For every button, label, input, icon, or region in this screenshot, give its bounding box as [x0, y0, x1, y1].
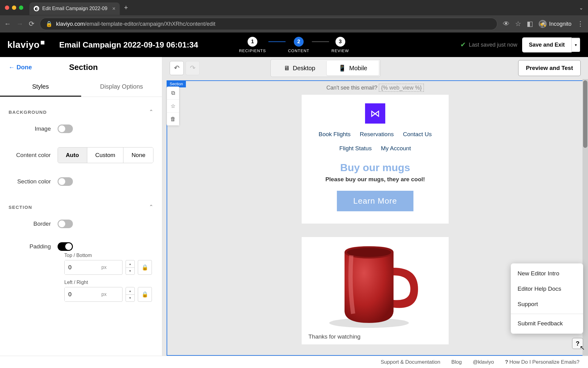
butterfly-icon: ⋈ — [370, 108, 380, 119]
chevron-up-icon[interactable]: ▴ — [126, 260, 134, 268]
chevron-up-icon: ⌃ — [149, 109, 153, 115]
browser-tab[interactable]: ◐ Edit Email Campaign 2022-09 × — [29, 2, 120, 15]
delete-button[interactable]: 🗑 — [167, 113, 179, 125]
redo-icon: ↷ — [190, 64, 195, 72]
unit-label: px — [98, 292, 110, 297]
chevron-down-icon[interactable]: ▾ — [126, 295, 134, 302]
nav-link[interactable]: My Account — [381, 145, 411, 152]
accordion-section[interactable]: SECTION ⌃ — [9, 199, 153, 215]
eye-off-icon[interactable]: 👁 — [503, 20, 510, 28]
question-icon: ? — [576, 340, 579, 347]
reload-icon[interactable]: ⟳ — [29, 20, 34, 28]
lock-icon: 🔒 — [141, 264, 148, 271]
panel-title: Section — [69, 63, 98, 72]
step-number: 2 — [294, 37, 303, 47]
padding-tb-lock[interactable]: 🔒 — [138, 260, 152, 275]
step-connector — [268, 41, 285, 42]
nav-link[interactable]: Book Flights — [318, 131, 351, 138]
back-icon[interactable]: ← — [4, 20, 11, 28]
section-floating-toolbar: ⧉ ☆ 🗑 — [167, 86, 179, 126]
chevron-up-icon: ⌃ — [149, 204, 153, 210]
preview-and-test-button[interactable]: Preview and Test — [518, 60, 581, 76]
arrow-left-icon: ← — [9, 64, 15, 71]
step-review[interactable]: 3 REVIEW — [331, 37, 349, 53]
nav-link[interactable]: Contact Us — [403, 131, 432, 138]
padding-toggle[interactable] — [58, 242, 73, 251]
tab-favicon-icon: ◐ — [34, 6, 39, 11]
minimize-window[interactable] — [12, 6, 16, 10]
desktop-view-button[interactable]: 🖥Desktop — [272, 61, 327, 75]
step-recipients[interactable]: 1 RECIPIENTS — [239, 37, 266, 53]
section-color-toggle[interactable] — [58, 177, 73, 186]
close-window[interactable] — [5, 6, 9, 10]
footer-blog-link[interactable]: Blog — [451, 359, 462, 365]
svg-point-2 — [347, 248, 391, 257]
help-menu-item[interactable]: Support — [511, 297, 583, 312]
chevron-down-icon[interactable]: ⌄ — [579, 5, 583, 11]
cta-button[interactable]: Learn More — [337, 191, 413, 211]
star-icon[interactable]: ☆ — [515, 20, 521, 28]
mobile-icon: 📱 — [338, 64, 346, 72]
undo-button[interactable]: ↶ — [170, 61, 184, 75]
step-content[interactable]: 2 CONTENT — [288, 37, 309, 53]
panel-icon[interactable]: ◧ — [527, 20, 533, 28]
image-toggle[interactable] — [58, 125, 73, 133]
help-menu-item[interactable]: New Editor Intro — [511, 266, 583, 281]
kebab-menu-icon[interactable]: ⋮ — [577, 20, 584, 28]
maximize-window[interactable] — [19, 6, 23, 10]
nav-link[interactable]: Flight Status — [339, 145, 372, 152]
padding-tb-stepper[interactable]: ▴▾ — [126, 260, 135, 275]
new-tab-button[interactable]: + — [124, 4, 128, 12]
top-bottom-label: Top / Bottom — [64, 253, 153, 258]
content-color-none[interactable]: None — [123, 148, 153, 163]
address-bar[interactable]: 🔒 klaviyo.com/email-template-editor/camp… — [40, 18, 497, 30]
accordion-title: SECTION — [9, 205, 32, 210]
web-view-tag[interactable]: {% web_view %} — [379, 84, 424, 92]
product-image-block[interactable] — [302, 237, 449, 329]
save-and-exit-button[interactable]: Save and Exit — [522, 37, 571, 52]
border-label: Border — [9, 220, 58, 227]
hero-title: Buy our mugs — [302, 162, 449, 174]
footer-handle-link[interactable]: @klaviyo — [473, 359, 494, 365]
app-footer: Support & Documentation Blog @klaviyo ?H… — [0, 356, 588, 368]
duplicate-button[interactable]: ⧉ — [167, 87, 179, 100]
padding-lr-lock[interactable]: 🔒 — [138, 287, 152, 302]
accordion-title: BACKGROUND — [9, 109, 47, 115]
padding-top-bottom-input[interactable] — [65, 260, 98, 274]
content-color-auto[interactable]: Auto — [58, 148, 87, 163]
check-circle-icon: ✔ — [460, 41, 466, 49]
done-button[interactable]: ← Done — [9, 64, 32, 71]
section-color-label: Section color — [9, 178, 58, 185]
content-color-custom[interactable]: Custom — [87, 148, 123, 163]
incognito-icon: 🕵 — [539, 20, 547, 28]
chevron-down-icon[interactable]: ▾ — [126, 268, 134, 275]
close-tab-icon[interactable]: × — [112, 6, 116, 12]
done-label: Done — [17, 64, 32, 71]
step-label: CONTENT — [288, 48, 309, 53]
border-toggle[interactable] — [58, 220, 73, 228]
nav-link[interactable]: Reservations — [360, 131, 394, 138]
padding-left-right-input[interactable] — [65, 287, 98, 301]
hero-subtitle: Please buy our mugs, they are cool! — [302, 176, 449, 183]
panel-tabs: Styles Display Options — [0, 78, 162, 97]
footer-personalize-link[interactable]: ?How Do I Personalize Emails? — [505, 359, 579, 365]
accordion-background[interactable]: BACKGROUND ⌃ — [9, 104, 153, 120]
chevron-up-icon[interactable]: ▴ — [126, 287, 134, 295]
mug-image — [323, 240, 427, 329]
divider — [511, 314, 583, 314]
footer-support-link[interactable]: Support & Documentation — [381, 359, 440, 365]
scrollbar-track[interactable] — [582, 79, 588, 356]
help-menu-feedback[interactable]: Submit Feedback — [511, 316, 583, 331]
scrollbar-thumb[interactable] — [583, 80, 587, 148]
tab-display-options[interactable]: Display Options — [81, 78, 162, 97]
save-exit-dropdown[interactable]: ▾ — [571, 37, 581, 52]
favorite-button[interactable]: ☆ — [167, 100, 179, 113]
left-right-label: Left / Right — [64, 280, 153, 285]
mobile-view-button[interactable]: 📱Mobile — [327, 61, 379, 75]
image-label: Image — [9, 125, 58, 132]
padding-lr-stepper[interactable]: ▴▾ — [126, 287, 135, 302]
tab-styles[interactable]: Styles — [0, 78, 81, 97]
thanks-text: Thanks for watching — [302, 329, 449, 344]
klaviyo-logo[interactable]: klaviyo — [7, 40, 44, 50]
help-menu-item[interactable]: Editor Help Docs — [511, 281, 583, 297]
